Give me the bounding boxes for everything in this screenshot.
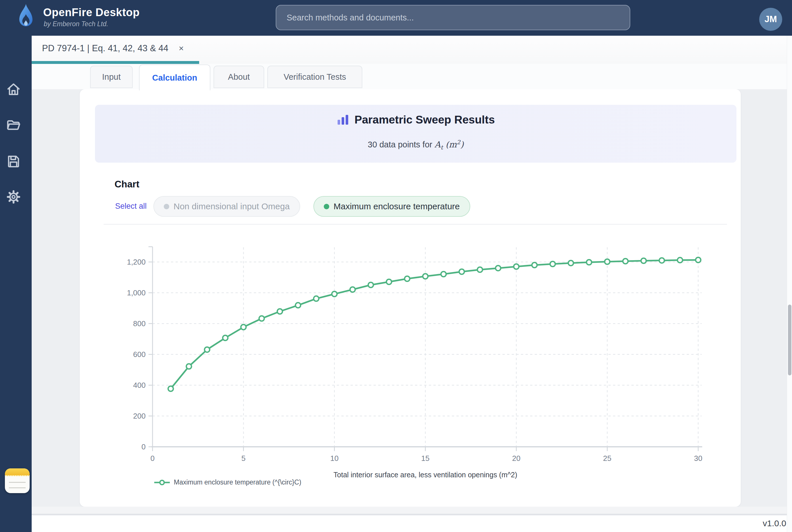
svg-text:600: 600 [133, 350, 146, 359]
tab-label: About [228, 72, 250, 82]
avatar-initials: JM [765, 14, 777, 24]
tab-label: Verification Tests [284, 72, 346, 82]
scrollbar-thumb[interactable] [788, 305, 791, 375]
app-header: OpenFire Desktop by Emberon Tech Ltd. JM [0, 0, 792, 36]
bottom-band [32, 507, 792, 515]
tab-strip: Input Calculation About Verification Tes… [32, 64, 792, 89]
results-banner-title-row: Parametric Sweep Results [95, 112, 736, 128]
svg-text:5: 5 [242, 454, 246, 463]
svg-text:0: 0 [141, 442, 146, 451]
user-avatar[interactable]: JM [759, 8, 782, 31]
svg-text:200: 200 [133, 412, 146, 420]
svg-text:1,200: 1,200 [127, 258, 146, 266]
subtitle-prefix: 30 data points for [368, 140, 432, 149]
app-version: v1.0.0 [762, 518, 786, 528]
chart-legend[interactable]: Maximum enclosure temperature (^{\circ}C… [154, 478, 301, 486]
folder-icon[interactable] [5, 117, 22, 133]
tab-about[interactable]: About [214, 65, 264, 88]
active-document-underline [32, 61, 199, 64]
tab-verification-tests[interactable]: Verification Tests [267, 65, 362, 88]
app-subtitle: by Emberon Tech Ltd. [44, 20, 108, 28]
math-symbol: At (m2) [434, 140, 464, 149]
section-divider [103, 224, 727, 225]
home-icon[interactable] [5, 81, 22, 97]
save-icon[interactable] [5, 153, 22, 169]
svg-text:1,000: 1,000 [127, 288, 146, 297]
legend-label: Maximum enclosure temperature (^{\circ}C… [174, 478, 301, 486]
tab-calculation[interactable]: Calculation [139, 64, 210, 90]
document-tab-bar: PD 7974-1 | Eq. 41, 42, 43 & 44 × [32, 36, 792, 64]
tab-label: Input [102, 72, 121, 82]
document-tab-title: PD 7974-1 | Eq. 41, 42, 43 & 44 [42, 43, 168, 54]
results-banner-title: Parametric Sweep Results [354, 113, 495, 126]
tab-label: Calculation [152, 73, 197, 83]
svg-text:0: 0 [151, 454, 155, 463]
settings-icon[interactable] [5, 189, 22, 205]
series-dot-icon [164, 204, 169, 209]
series-toggle-label: Non dimensional input Omega [174, 202, 290, 211]
sidebar [0, 36, 32, 532]
select-all-link[interactable]: Select all [115, 202, 147, 211]
tab-input[interactable]: Input [90, 65, 133, 88]
svg-text:400: 400 [133, 381, 146, 390]
series-toggle-max-temperature[interactable]: Maximum enclosure temperature [313, 196, 470, 217]
vertical-scrollbar[interactable] [787, 36, 792, 532]
series-toggle-omega[interactable]: Non dimensional input Omega [153, 196, 300, 217]
close-icon[interactable]: × [179, 43, 184, 53]
bar-chart-icon [337, 113, 349, 126]
series-toggle-label: Maximum enclosure temperature [333, 202, 460, 211]
svg-text:20: 20 [512, 454, 521, 463]
svg-text:800: 800 [133, 319, 146, 328]
notes-icon-line [9, 487, 26, 488]
series-dot-icon [324, 204, 329, 209]
notes-icon[interactable] [5, 468, 30, 493]
svg-text:25: 25 [603, 454, 612, 463]
line-chart[interactable]: 02004006008001,0001,200051015202530 [103, 243, 719, 491]
footer-bar: v1.0.0 [32, 516, 792, 532]
x-axis-title: Total interior surface area, less ventil… [224, 471, 627, 479]
search-input[interactable] [276, 5, 630, 30]
svg-text:10: 10 [330, 454, 339, 463]
document-tab[interactable]: PD 7974-1 | Eq. 41, 42, 43 & 44 × [32, 36, 183, 61]
notes-icon-band [5, 468, 30, 476]
app-title: OpenFire Desktop [43, 6, 140, 19]
svg-text:30: 30 [694, 454, 702, 463]
results-banner-subtitle: 30 data points for At (m2) [95, 139, 736, 151]
chart-section-heading: Chart [115, 179, 139, 190]
notes-icon-line [9, 482, 26, 483]
app-logo-flame-icon [17, 3, 35, 32]
legend-marker-icon [154, 480, 170, 486]
svg-text:15: 15 [421, 454, 430, 463]
